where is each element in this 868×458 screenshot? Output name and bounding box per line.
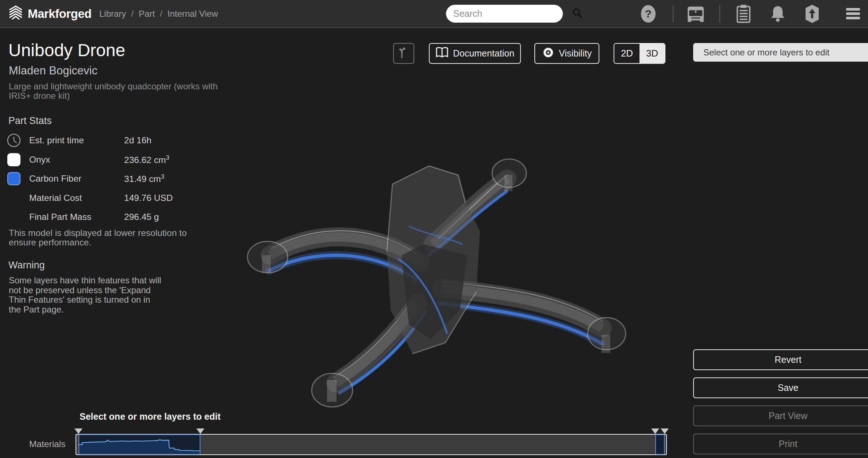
top-navigation-bar: Markforged Library / Part / Internal Vie… — [0, 0, 868, 28]
part-stats-heading: Part Stats — [8, 115, 52, 127]
clock-icon — [6, 132, 22, 148]
2d-3d-toggle: 2D 3D — [614, 43, 665, 64]
carbon-fiber-material-swatch[interactable] — [7, 172, 20, 185]
svg-text:?: ? — [645, 8, 652, 20]
breadcrumb-separator: / — [160, 9, 162, 19]
clipboard-icon[interactable] — [734, 0, 753, 27]
visibility-button[interactable]: Visibility — [534, 43, 599, 64]
eye-icon — [542, 47, 554, 60]
stat-value: 149.76 USD — [124, 193, 173, 203]
stat-value: 2d 16h — [124, 135, 151, 145]
warning-body: Some layers have thin features that will… — [9, 276, 161, 314]
documentation-label: Documentation — [453, 48, 514, 59]
drone-3d-model-viewport[interactable] — [219, 135, 657, 427]
timeline-prompt: Select one or more layers to edit — [80, 411, 220, 422]
stat-label: Carbon Fiber — [29, 174, 81, 184]
logo-wordmark: Markforged — [28, 7, 92, 21]
revert-button[interactable]: Revert — [693, 349, 868, 370]
materials-track[interactable] — [76, 434, 667, 455]
printer-icon[interactable] — [685, 0, 706, 27]
stat-value: 31.49 cm3 — [124, 173, 164, 184]
stat-row-print-time: Est. print time 2d 16h — [0, 131, 219, 150]
layer-selection-secondary[interactable] — [655, 434, 665, 455]
stat-row-onyx: Onyx 236.62 cm3 — [0, 150, 219, 169]
eiger-internal-view-page: Markforged Library / Part / Internal Vie… — [0, 0, 868, 458]
part-description: Large and lightweight unibody quadcopter… — [9, 82, 220, 101]
branch-icon — [398, 46, 409, 61]
version-branch-button[interactable] — [393, 43, 414, 64]
layer-range-handle[interactable] — [661, 428, 669, 434]
search-icon[interactable] — [572, 8, 583, 20]
help-icon[interactable]: ? — [640, 0, 657, 27]
toggle-3d-button[interactable]: 3D — [640, 44, 665, 63]
layers-select-dropdown[interactable]: Select one or more layers to edit — [693, 43, 868, 62]
search-input[interactable] — [453, 8, 572, 19]
layer-range-handle[interactable] — [651, 428, 659, 434]
stat-label: Material Cost — [29, 193, 82, 203]
onyx-material-swatch[interactable] — [7, 153, 20, 166]
material-usage-profile — [79, 435, 200, 454]
menu-icon[interactable] — [844, 0, 862, 27]
materials-label: Materials — [29, 439, 65, 449]
stat-value: 236.62 cm3 — [124, 154, 169, 165]
save-button[interactable]: Save — [693, 377, 868, 398]
notifications-bell-icon[interactable] — [769, 0, 787, 27]
search-bar — [446, 5, 563, 23]
layer-range-handle[interactable] — [74, 428, 82, 434]
breadcrumb-part[interactable]: Part — [139, 9, 155, 19]
stat-row-material-cost: Material Cost 149.76 USD — [0, 189, 219, 207]
layers-dropdown-text: Select one or more layers to edit — [703, 47, 830, 58]
stat-label: Final Part Mass — [29, 212, 91, 222]
documentation-button[interactable]: Documentation — [429, 43, 521, 64]
part-view-button[interactable]: Part View — [693, 405, 868, 426]
layer-selection-primary[interactable] — [78, 434, 200, 455]
page-title: Unibody Drone — [8, 40, 125, 60]
part-author: Mladen Bogicevic — [9, 64, 97, 77]
stat-label: Onyx — [29, 155, 50, 165]
stat-value: 296.45 g — [124, 212, 159, 222]
upload-version-icon[interactable] — [803, 0, 821, 27]
markforged-logo[interactable]: Markforged — [7, 0, 92, 27]
markforged-logo-icon — [7, 4, 24, 24]
print-button[interactable]: Print — [693, 434, 868, 454]
visibility-label: Visibility — [559, 48, 592, 59]
stat-label: Est. print time — [29, 135, 84, 145]
book-icon — [435, 47, 449, 60]
breadcrumb-internal-view[interactable]: Internal View — [168, 9, 218, 19]
header-divider — [673, 5, 673, 22]
breadcrumb: Library / Part / Internal View — [99, 0, 218, 27]
stat-row-carbon-fiber: Carbon Fiber 31.49 cm3 — [0, 169, 219, 188]
layer-range-handle[interactable] — [196, 428, 204, 434]
breadcrumb-library[interactable]: Library — [99, 9, 126, 19]
header-divider — [719, 5, 720, 22]
warning-heading: Warning — [8, 260, 45, 271]
stat-row-final-mass: Final Part Mass 296.45 g — [0, 207, 219, 226]
toggle-2d-button[interactable]: 2D — [614, 44, 640, 63]
breadcrumb-separator: / — [131, 9, 134, 19]
resolution-note: This model is displayed at lower resolut… — [9, 228, 215, 247]
